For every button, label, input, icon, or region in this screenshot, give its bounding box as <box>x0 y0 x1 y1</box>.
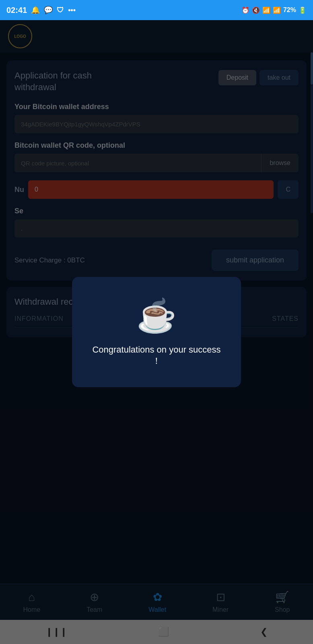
signal-icon: 📶 <box>273 6 281 14</box>
battery-icon: 🔋 <box>299 6 307 14</box>
status-bar-right: ⏰ 🔇 📶 📶 72% 🔋 <box>241 6 307 14</box>
success-message: Congratulations on your success ！ <box>88 345 225 367</box>
messenger-icon: 💬 <box>44 6 53 14</box>
coffee-icon: ☕ <box>136 297 177 335</box>
battery-text: 72% <box>283 6 296 14</box>
success-overlay[interactable]: ☕ Congratulations on your success ！ <box>0 20 313 644</box>
wifi-icon: 📶 <box>262 6 270 14</box>
success-modal: ☕ Congratulations on your success ！ <box>72 277 241 387</box>
mute-icon: 🔇 <box>252 6 260 14</box>
more-icon: ••• <box>68 6 76 14</box>
shield-icon: 🛡 <box>57 6 64 14</box>
status-bar: 02:41 🔔 💬 🛡 ••• ⏰ 🔇 📶 📶 72% 🔋 <box>0 0 313 20</box>
status-time: 02:41 <box>6 6 27 15</box>
status-bar-left: 02:41 🔔 💬 🛡 ••• <box>6 6 76 15</box>
bell-icon: 🔔 <box>31 6 40 14</box>
alarm-icon: ⏰ <box>241 6 249 14</box>
